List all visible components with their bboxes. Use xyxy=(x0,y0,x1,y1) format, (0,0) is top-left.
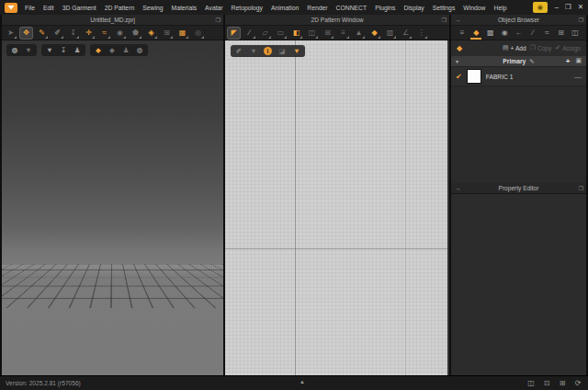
sewing-tool-icon[interactable]: ≈ xyxy=(98,28,110,39)
panel-collapse-icon[interactable]: → xyxy=(455,17,461,23)
edit-sewing-tool-icon[interactable]: ✐ xyxy=(51,28,63,39)
check-icon[interactable]: ✔ xyxy=(456,73,462,81)
menu-file[interactable]: File xyxy=(25,5,35,11)
garment-3d-viewport[interactable]: ◍▼▼↧♟◆◆♟◍ xyxy=(2,40,223,375)
copy-fabric-button[interactable]: ❐ Copy xyxy=(530,44,552,52)
fabric-swatch[interactable] xyxy=(467,69,481,84)
property-editor-header[interactable]: → Property Editor ❐ xyxy=(451,183,586,194)
menu-retopology[interactable]: Retopology xyxy=(232,5,263,11)
avatar-render-icon[interactable]: ♟ xyxy=(121,46,130,55)
window-3d-icon[interactable]: ⊡ xyxy=(542,379,551,387)
menu-3d-garment[interactable]: 3D Garment xyxy=(62,5,96,11)
select-tool-icon[interactable]: ➤ xyxy=(5,28,17,39)
assign-fabric-button[interactable]: ✔ Assign xyxy=(555,44,581,52)
reset-layout-icon[interactable]: ⟳ xyxy=(573,379,582,387)
menu-settings[interactable]: Settings xyxy=(433,5,456,11)
world-render-icon[interactable]: ◍ xyxy=(135,46,144,55)
move-tool-icon[interactable]: ✥ xyxy=(20,28,32,39)
tab-rack[interactable]: ⊞ xyxy=(556,26,567,40)
texture-tool-icon[interactable]: ◆ xyxy=(368,28,380,39)
edit-pencil-icon[interactable]: ✎ xyxy=(529,58,534,65)
window-2d-icon[interactable]: ⊞ xyxy=(558,379,567,387)
pleat-tool-icon[interactable]: ≡ xyxy=(337,28,349,39)
fur-tool-icon[interactable]: ◎ xyxy=(192,28,204,39)
grading-tool-icon[interactable]: ⊞ xyxy=(322,28,334,39)
menu-display[interactable]: Display xyxy=(403,5,424,11)
pen-3d-tool-icon[interactable]: ✎ xyxy=(36,28,48,39)
pen-2d-icon[interactable]: ✐ xyxy=(234,47,243,56)
grid-tool-icon[interactable]: ⊞ xyxy=(161,28,173,39)
trace-tool-icon[interactable]: ▲ xyxy=(353,28,365,39)
menu-2d-pattern[interactable]: 2D Pattern xyxy=(105,5,135,11)
menu-window[interactable]: Window xyxy=(463,5,485,11)
fabric-mesh-icon[interactable]: ◆ xyxy=(107,46,117,55)
tab-topstitch[interactable]: ∕ xyxy=(527,26,538,40)
tab-graphic[interactable]: ▩ xyxy=(485,26,496,40)
pattern-info-icon[interactable]: i xyxy=(264,47,272,55)
measure-tool-icon[interactable]: ∠ xyxy=(400,28,412,39)
fabric-list-item[interactable]: ✔FABRIC 1— xyxy=(451,67,586,86)
tab-puckering[interactable]: ≈ xyxy=(541,26,552,40)
close-button[interactable]: ✕ xyxy=(578,4,583,11)
avatar-tool-icon[interactable]: ⬟ xyxy=(130,28,141,39)
show-garment-icon[interactable]: ▼ xyxy=(45,46,54,55)
menu-avatar[interactable]: Avatar xyxy=(205,5,223,11)
tab-zipper[interactable]: ← xyxy=(514,26,525,40)
menu-plugins[interactable]: Plugins xyxy=(375,5,395,11)
show-texture-icon[interactable]: ▼ xyxy=(292,47,301,56)
restore-button[interactable]: ❐ xyxy=(565,4,571,11)
menu-render[interactable]: Render xyxy=(307,5,327,11)
menu-materials[interactable]: Materials xyxy=(172,5,198,11)
notch-tool-icon[interactable]: ◫ xyxy=(306,28,318,39)
fabric-render-icon[interactable]: ◆ xyxy=(94,46,103,55)
panel-collapse-icon[interactable]: → xyxy=(455,185,461,191)
item-minus-icon[interactable]: — xyxy=(574,73,582,81)
undock-icon[interactable]: ❐ xyxy=(441,17,447,23)
menu-help[interactable]: Help xyxy=(493,5,506,11)
dual-view-icon[interactable]: ◫ xyxy=(526,379,536,387)
dart-tool-icon[interactable]: ◧ xyxy=(290,28,302,39)
undock-icon[interactable]: ❐ xyxy=(578,17,583,23)
expander-icon[interactable]: ▾ xyxy=(456,58,458,64)
minimize-button[interactable]: – xyxy=(555,4,559,11)
remesh-tool-icon[interactable]: ▦ xyxy=(176,28,188,39)
garment-3d-toolbar: ➤✥✎✐↧✛≈◉⬟◈⊞▦◎ xyxy=(2,26,223,40)
transform-pattern-tool-icon[interactable]: ◤ xyxy=(228,28,240,39)
undock-icon[interactable]: ❐ xyxy=(215,17,220,23)
flatten-tool-icon[interactable]: ◈ xyxy=(145,28,157,39)
clo-badge-icon[interactable]: ❋ xyxy=(533,2,548,13)
baseline-tool-icon[interactable]: ▥ xyxy=(384,28,396,39)
object-browser-header[interactable]: → Object Browser ❐ xyxy=(451,15,586,26)
rectangle-tool-icon[interactable]: ▭ xyxy=(275,28,287,39)
show-pattern-icon[interactable]: ▼ xyxy=(249,47,258,56)
show-avatar-icon[interactable]: ♟ xyxy=(73,46,82,55)
folder-icon[interactable]: ▣ xyxy=(575,57,582,65)
show-fabric-icon[interactable]: ◪ xyxy=(277,47,287,56)
pattern-2d-viewport[interactable]: ✐▼i◪▼ xyxy=(225,40,449,375)
tack-tool-icon[interactable]: ✛ xyxy=(83,28,95,39)
polygon-tool-icon[interactable]: ▱ xyxy=(259,28,271,39)
bottom-collapse-arrow[interactable]: ▲ xyxy=(300,379,305,384)
add-item-icon[interactable]: + xyxy=(566,57,571,65)
menu-animation[interactable]: Animation xyxy=(271,5,299,11)
show-pin-icon[interactable]: ↧ xyxy=(59,46,68,55)
pattern-2d-titlebar[interactable]: 2D Pattern Window ❐ xyxy=(225,15,449,26)
add-fabric-button[interactable]: ▤ + Add xyxy=(503,44,526,52)
primary-section-header[interactable]: ▾ Primary ✎ + ▣ xyxy=(451,55,586,67)
show-3d-garment-icon[interactable]: ◍ xyxy=(10,46,19,55)
pin-tool-icon[interactable]: ↧ xyxy=(67,28,79,39)
show-3d-pattern-icon[interactable]: ▼ xyxy=(24,46,33,55)
binding-tool-icon[interactable]: ⋮ xyxy=(415,28,427,39)
menu-connect[interactable]: CONNECT xyxy=(336,5,368,11)
garment-3d-titlebar[interactable]: Untitled_MD.zprj ❐ xyxy=(2,15,223,26)
tab-fabric[interactable]: ◆ xyxy=(470,26,481,40)
menu-sewing[interactable]: Sewing xyxy=(142,5,163,11)
tab-scene[interactable]: ≡ xyxy=(457,26,468,40)
steam-brush-icon[interactable]: ◉ xyxy=(114,28,126,39)
tab-trim[interactable]: ◫ xyxy=(570,26,581,40)
section-actions: + ▣ xyxy=(566,57,582,65)
tab-button[interactable]: ◉ xyxy=(499,26,510,40)
menu-edit[interactable]: Edit xyxy=(43,5,54,11)
edit-pattern-tool-icon[interactable]: ∕ xyxy=(243,28,255,39)
undock-icon[interactable]: ❐ xyxy=(578,185,583,191)
